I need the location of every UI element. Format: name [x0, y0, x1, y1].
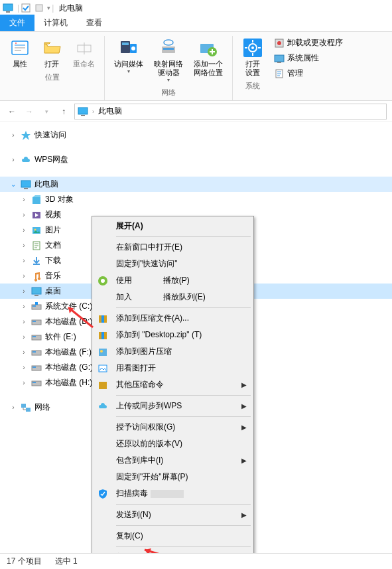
tree-item-label: 3D 对象 [45, 194, 74, 205]
svg-point-14 [164, 40, 173, 45]
folder-icon [31, 285, 42, 297]
chevron-right-icon: › [20, 349, 28, 356]
svg-rect-42 [35, 302, 38, 305]
svg-rect-60 [101, 332, 104, 339]
system-props-button[interactable]: 系统属性 [271, 51, 346, 65]
add-location-button[interactable]: 添加一个 网络位置 [190, 36, 227, 85]
svg-rect-26 [275, 55, 284, 62]
tab-file[interactable]: 文件 [0, 15, 34, 31]
svg-rect-38 [32, 287, 41, 294]
open-settings-button[interactable]: 打开 设置 [238, 36, 267, 78]
selection-count: 选中 1 [55, 556, 78, 567]
svg-rect-31 [21, 181, 31, 187]
menu-wps-sync[interactable]: 上传或同步到WPS▶ [94, 398, 252, 414]
svg-rect-9 [122, 42, 129, 45]
tab-computer[interactable]: 计算机 [34, 15, 77, 31]
menu-copy[interactable]: 复制(C) [94, 528, 252, 544]
chevron-right-icon: › [20, 287, 28, 295]
chevron-right-icon: › [20, 318, 28, 325]
menu-send-to[interactable]: 发送到(N)▶ [94, 507, 252, 523]
svg-point-11 [131, 46, 135, 50]
chevron-right-icon: › [20, 333, 28, 341]
menu-add-desktop-zip[interactable]: 添加到 "Desktop.zip" (T) [94, 327, 252, 343]
menu-open-image[interactable]: 用看图打开 [94, 360, 252, 376]
settings-label: 打开 设置 [245, 60, 260, 77]
menu-scan-virus[interactable]: 扫描病毒 [94, 485, 252, 502]
tree-item-label: 系统文件 (C:) [45, 301, 92, 312]
svg-rect-52 [33, 382, 36, 383]
uninstall-button[interactable]: 卸载或更改程序 [271, 36, 346, 50]
svg-rect-53 [21, 404, 26, 408]
svg-point-19 [251, 46, 254, 49]
folder-icon [31, 209, 42, 221]
menu-expand[interactable]: 展开(A) [94, 218, 252, 234]
folder-icon [31, 362, 42, 374]
open-button[interactable]: 打开 [37, 36, 66, 70]
tab-view[interactable]: 查看 [77, 15, 111, 31]
svg-rect-61 [99, 349, 107, 356]
tree-wps[interactable]: ›WPS网盘 [0, 152, 392, 167]
tree-item-label: 本地磁盘 (D:) [45, 316, 92, 327]
map-drive-button[interactable]: 映射网络 驱动器 ▾ [150, 36, 187, 85]
chevron-right-icon: › [20, 226, 28, 234]
menu-add-archive[interactable]: 添加到压缩文件(A)... [94, 310, 252, 327]
menu-add-playlist[interactable]: 加入 播放队列(E) [94, 289, 252, 305]
rename-icon [74, 37, 95, 58]
address-bar[interactable]: › 此电脑 [74, 104, 387, 120]
chevron-right-icon: › [20, 303, 28, 310]
checkbox-icon[interactable] [21, 3, 31, 13]
properties-label: 属性 [13, 60, 27, 68]
up-button[interactable]: ↑ [57, 105, 70, 118]
svg-rect-44 [33, 321, 36, 322]
forward-button[interactable]: → [23, 105, 36, 118]
chevron-right-icon: › [20, 196, 28, 203]
chevron-right-icon: › [9, 404, 17, 411]
folder-icon [31, 316, 42, 328]
tab-bar: 文件 计算机 查看 [0, 16, 392, 32]
folder-icon [31, 331, 42, 343]
window-title: 此电脑 [59, 3, 83, 14]
open-label: 打开 [44, 60, 59, 68]
menu-add-image-archive[interactable]: 添加到图片压缩 [94, 343, 252, 360]
tree-this-pc[interactable]: ⌄此电脑 [0, 177, 392, 192]
svg-point-62 [100, 350, 103, 353]
folder-icon [31, 240, 42, 252]
menu-include-library[interactable]: 包含到库中(I)▶ [94, 452, 252, 469]
media-label: 访问媒体 [114, 60, 143, 68]
svg-rect-30 [81, 115, 85, 116]
svg-rect-41 [33, 305, 36, 307]
svg-rect-0 [3, 4, 13, 11]
svg-rect-63 [99, 365, 107, 372]
manage-button[interactable]: 管理 [271, 66, 346, 80]
dropdown-chevron[interactable]: ▾ [47, 5, 50, 11]
dropdown-icon[interactable] [34, 3, 44, 13]
pc-icon [20, 179, 32, 191]
svg-rect-3 [36, 5, 42, 11]
menu-grant-access[interactable]: 授予访问权限(G)▶ [94, 419, 252, 436]
media-icon [118, 37, 139, 58]
ribbon-group-network: 访问媒体 ▾ 映射网络 驱动器 ▾ 添加一个 网络位置 网络 [105, 36, 233, 100]
svg-point-36 [34, 228, 36, 230]
folder-icon [31, 301, 42, 313]
svg-rect-13 [163, 48, 174, 50]
tree-item-label: 软件 (E:) [45, 331, 76, 343]
map-drive-label: 映射网络 驱动器 [154, 60, 183, 77]
chevron-right-icon: › [20, 272, 28, 280]
menu-other-compress[interactable]: 其他压缩命令▶ [94, 376, 252, 393]
svg-point-25 [277, 41, 281, 45]
tree-item-label: 文档 [45, 240, 61, 251]
svg-rect-27 [277, 62, 281, 63]
properties-button[interactable]: 属性 [5, 36, 34, 70]
tree-item[interactable]: ›3D 对象 [0, 192, 392, 207]
menu-play[interactable]: 使用 播放(P) [94, 272, 252, 289]
back-button[interactable]: ← [5, 105, 19, 118]
recent-dropdown[interactable]: ▾ [40, 105, 53, 118]
access-media-button[interactable]: 访问媒体 ▾ [110, 36, 147, 85]
rename-button[interactable]: 重命名 [69, 36, 99, 70]
menu-new-window[interactable]: 在新窗口中打开(E) [94, 239, 252, 256]
menu-restore-version[interactable]: 还原以前的版本(V) [94, 436, 252, 452]
tree-quick-access[interactable]: ›快速访问 [0, 127, 392, 143]
shield-icon [98, 489, 108, 499]
menu-pin-quick[interactable]: 固定到"快速访问" [94, 256, 252, 272]
menu-pin-start[interactable]: 固定到"开始"屏幕(P) [94, 469, 252, 485]
